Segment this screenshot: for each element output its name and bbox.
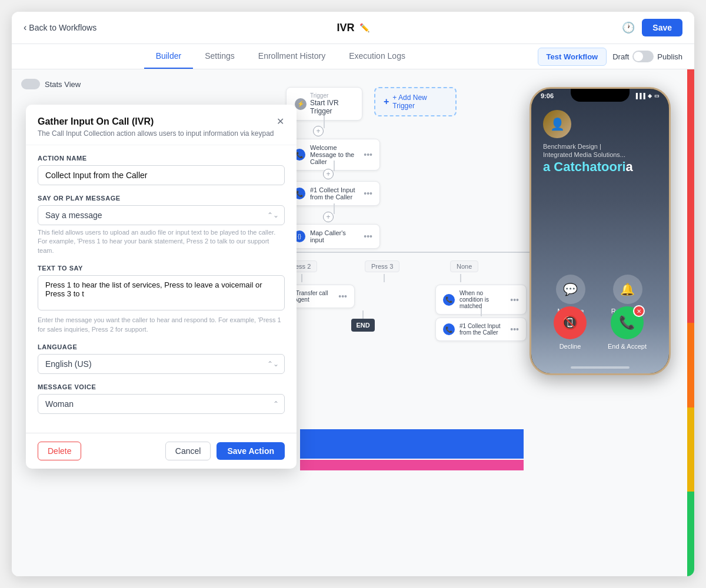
voice-select-wrapper: Woman Man ⌃ [38,394,285,414]
caller-name-suffix: a [626,159,633,174]
collect2-node[interactable]: 📞 #1 Collect Input from the Caller ••• [435,318,527,341]
delete-button[interactable]: Delete [38,442,81,460]
add-trigger-node[interactable]: + + Add New Trigger [374,87,457,116]
remind-icon: 🔔 [613,275,642,304]
text-to-say-label: TEXT TO SAY [38,265,285,272]
language-label: LANGUAGE [38,343,285,350]
say-play-select[interactable]: Say a message Play audio file [38,205,285,225]
edit-icon[interactable]: ✏️ [359,23,369,32]
no-condition-dots[interactable]: ••• [510,295,519,305]
welcome-message-node[interactable]: 📞 Welcome Message to the Caller ••• [286,139,380,171]
transfer-dots[interactable]: ••• [338,292,347,301]
no-condition-icon: 📞 [443,294,455,306]
decline-icon[interactable]: 📵 [554,306,587,339]
pink-banner [300,460,524,470]
plus-icon: + [384,96,389,107]
phone-screen: 9:06 ▐▐▐ ◈ ▭ 👤 Benchmark Desig [531,89,669,373]
connector-3 [334,203,335,214]
app-container: ‹ Back to Workflows IVR ✏️ 🕐 Save Builde… [12,12,694,576]
accept-icon[interactable]: 📞 ✕ [611,306,644,339]
signal-icon: ▐▐▐ [634,93,645,99]
decline-label: Decline [560,343,581,350]
modal-subtitle: The Call Input Collection action allows … [38,129,285,138]
b3-connector [384,274,385,282]
action-name-group: ACTION NAME [38,155,285,185]
top-bar-right: 🕐 Save [622,19,682,36]
decline-call-btn[interactable]: 📵 Decline [554,306,587,350]
publish-label: Publish [657,52,682,61]
end-badge: END [351,319,375,332]
modal-header: Gather Input On Call (IVR) The Call Inpu… [26,105,297,145]
collect2-dots[interactable]: ••• [510,325,519,334]
say-play-help: This field allows users to upload an aud… [38,228,285,255]
trigger-icon: ⚡ [295,98,307,110]
stats-toggle-switch[interactable] [21,79,40,89]
caller-name-text: a Catchatoori [543,159,626,174]
accept-call-btn[interactable]: 📞 ✕ End & Accept [608,306,647,350]
test-workflow-button[interactable]: Test Workflow [538,48,607,66]
caller-company-text: Benchmark Design | [543,143,601,150]
say-play-group: SAY OR PLAY MESSAGE Say a message Play a… [38,195,285,255]
plus-connector-1[interactable]: + [313,126,324,136]
plus-connector-3[interactable]: + [323,212,334,222]
say-play-label: SAY OR PLAY MESSAGE [38,195,285,202]
color-bar-orange [687,323,694,407]
draft-publish-toggle: Draft Publish [612,51,682,62]
connector-1 [324,115,325,128]
trigger-name: Start IVR Trigger [310,99,354,115]
nav-tabs: Builder Settings Enrollment History Exec… [12,44,694,69]
map-dots[interactable]: ••• [364,232,372,241]
back-to-workflows-link[interactable]: ‹ Back to Workflows [24,22,96,33]
color-bar-red [687,69,694,323]
language-select[interactable]: English (US) English (UK) Spanish French [38,354,285,374]
phone-mockup: 9:06 ▐▐▐ ◈ ▭ 👤 Benchmark Desig [530,87,671,375]
add-trigger-label: + Add New Trigger [392,93,447,110]
modal-close-button[interactable]: ✕ [273,114,287,128]
voice-select[interactable]: Woman Man [38,394,285,414]
phone-status-bar: 9:06 ▐▐▐ ◈ ▭ [541,92,660,99]
tab-execution-logs[interactable]: Execution Logs [337,44,417,69]
stats-view-toggle[interactable]: Stats View [21,79,81,89]
branch-press3: Press 3 [365,260,399,272]
publish-toggle[interactable] [632,51,654,62]
connector-2 [334,161,335,171]
collect2-icon: 📞 [443,323,455,335]
caller-company: Benchmark Design | [543,143,657,150]
modal-body: ACTION NAME SAY OR PLAY MESSAGE Say a me… [26,145,297,433]
workflow-title: IVR [337,22,354,34]
collect-label: #1 Collect Input from the Caller [310,186,359,201]
message-icon: 💬 [556,275,585,304]
welcome-dots[interactable]: ••• [364,150,372,159]
tab-enrollment-history[interactable]: Enrollment History [247,44,337,69]
trigger-label: Trigger [310,92,354,99]
end-top-connector [362,310,364,319]
clock-icon[interactable]: 🕐 [622,21,635,34]
action-name-label: ACTION NAME [38,155,285,162]
accept-label: End & Accept [608,343,647,350]
battery-icon: ▭ [654,93,660,99]
save-action-button[interactable]: Save Action [217,442,285,460]
b2-connector [301,274,302,282]
color-bar-green [687,492,694,576]
action-name-input[interactable] [38,165,285,185]
tab-builder[interactable]: Builder [144,44,194,69]
caller-company2: Integrated Media Solutions... [543,151,657,158]
collect-input-node[interactable]: 📞 #1 Collect Input from the Caller ••• [286,181,380,206]
save-button[interactable]: Save [642,19,682,36]
tab-settings[interactable]: Settings [193,44,247,69]
caller-name: a Catchatooria [543,159,657,175]
bn-connector [460,274,461,282]
modal-title: Gather Input On Call (IVR) [38,116,285,127]
tabs-right: Test Workflow Draft Publish [538,48,682,66]
wifi-icon: ◈ [648,93,652,99]
color-bar-yellow [687,407,694,492]
plus-connector-2[interactable]: + [323,169,334,179]
phone-home-bar [571,366,630,369]
say-play-select-wrapper: Say a message Play audio file ⌃⌄ [38,205,285,225]
cancel-button[interactable]: Cancel [165,442,211,460]
map-callers-node[interactable]: {} Map Caller's input ••• [286,224,380,249]
phone-status-icons: ▐▐▐ ◈ ▭ [634,93,660,99]
collect-dots[interactable]: ••• [364,189,372,198]
no-condition-label: When no condition is matched [459,290,505,309]
text-to-say-input[interactable]: Press 1 to hear the list of services, Pr… [38,275,285,310]
